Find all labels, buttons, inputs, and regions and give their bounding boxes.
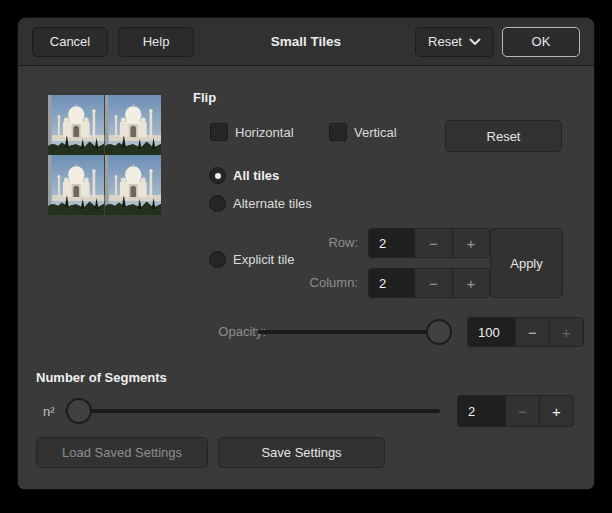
vertical-checkbox[interactable]: [329, 123, 347, 141]
opacity-spinner: 100 − +: [467, 317, 584, 347]
column-minus-icon[interactable]: −: [414, 268, 452, 298]
chevron-down-icon: [469, 38, 481, 46]
opacity-slider-handle[interactable]: [426, 319, 452, 345]
help-button[interactable]: Help: [118, 27, 194, 57]
segments-slider-handle[interactable]: [66, 398, 92, 424]
all-tiles-radio-group[interactable]: All tiles: [209, 167, 279, 184]
opacity-plus-icon[interactable]: +: [549, 317, 584, 347]
segments-input[interactable]: 2: [457, 395, 505, 427]
explicit-tile-radio[interactable]: [209, 251, 226, 268]
column-input[interactable]: 2: [368, 268, 414, 298]
preview-tile: [105, 155, 162, 215]
all-tiles-radio[interactable]: [209, 167, 226, 184]
header-right-group: Reset OK: [415, 27, 580, 57]
segments-minus-icon[interactable]: −: [505, 395, 539, 427]
alternate-tiles-label: Alternate tiles: [233, 196, 312, 211]
segments-plus-icon[interactable]: +: [539, 395, 574, 427]
alternate-tiles-radio[interactable]: [209, 195, 226, 212]
flip-vertical-checkbox-group[interactable]: Vertical: [329, 123, 397, 141]
small-tiles-dialog: Small Tiles Cancel Help Reset OK Flip Ho…: [18, 18, 594, 489]
save-settings-button[interactable]: Save Settings: [218, 437, 385, 468]
column-plus-icon[interactable]: +: [452, 268, 490, 298]
row-input[interactable]: 2: [368, 228, 414, 258]
row-label: Row:: [248, 228, 358, 258]
apply-button[interactable]: Apply: [490, 228, 563, 298]
segments-spinner: 2 − +: [457, 395, 574, 427]
segments-slider[interactable]: [65, 409, 440, 413]
opacity-slider[interactable]: [257, 330, 452, 334]
flip-horizontal-checkbox-group[interactable]: Horizontal: [210, 123, 294, 141]
horizontal-label: Horizontal: [235, 125, 294, 140]
ok-button[interactable]: OK: [502, 27, 580, 57]
reset-menu-button[interactable]: Reset: [415, 27, 494, 57]
segments-heading: Number of Segments: [36, 370, 167, 385]
column-label: Column:: [248, 268, 358, 298]
header-bar: Small Tiles Cancel Help Reset OK: [18, 18, 594, 66]
reset-menu-label: Reset: [428, 34, 462, 49]
preview-thumbnail[interactable]: [48, 95, 161, 215]
preview-tile: [48, 155, 105, 215]
opacity-input[interactable]: 100: [467, 317, 515, 347]
opacity-minus-icon[interactable]: −: [515, 317, 549, 347]
horizontal-checkbox[interactable]: [210, 123, 228, 141]
alternate-tiles-radio-group[interactable]: Alternate tiles: [209, 195, 312, 212]
row-spinner: 2 − +: [368, 228, 490, 258]
flip-heading: Flip: [193, 90, 216, 105]
cancel-button[interactable]: Cancel: [32, 27, 108, 57]
segments-n-label: n²: [43, 404, 55, 419]
vertical-label: Vertical: [354, 125, 397, 140]
row-minus-icon[interactable]: −: [414, 228, 452, 258]
load-saved-settings-button[interactable]: Load Saved Settings: [36, 437, 208, 468]
row-plus-icon[interactable]: +: [452, 228, 490, 258]
flip-reset-button[interactable]: Reset: [445, 120, 562, 152]
all-tiles-label: All tiles: [233, 168, 279, 183]
preview-tile: [105, 95, 162, 155]
preview-tile: [48, 95, 105, 155]
opacity-label: Opacity:: [168, 317, 266, 347]
column-spinner: 2 − +: [368, 268, 490, 298]
